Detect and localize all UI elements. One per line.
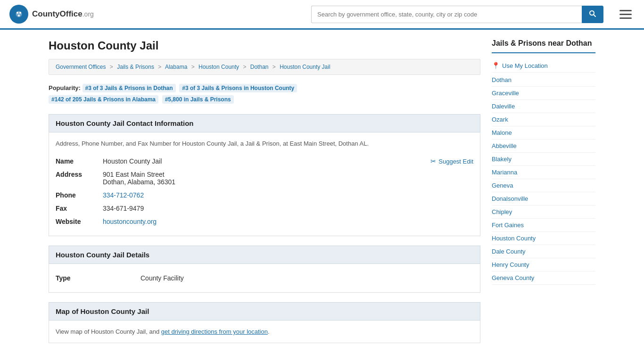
contact-section: Houston County Jail Contact Information …	[49, 114, 480, 236]
logo-icon	[9, 5, 28, 24]
svg-point-3	[19, 12, 21, 14]
popularity-badge-1: #3 of 3 Jails & Prisons in Dothan	[83, 84, 176, 92]
contact-table: Name Houston County Jail ✂ Suggest Edit …	[56, 155, 473, 228]
popularity-badge-2: #3 of 3 Jails & Prisons in Houston Count…	[179, 84, 297, 92]
address-value: 901 East Main Street Dothan, Alabama, 36…	[103, 168, 473, 189]
menu-button[interactable]	[617, 7, 635, 22]
edit-icon: ✂	[430, 157, 436, 165]
sidebar-link-chipley[interactable]: Chipley	[492, 206, 595, 219]
sidebar-link-henry-county[interactable]: Henry County	[492, 258, 595, 272]
contact-section-body: Address, Phone Number, and Fax Number fo…	[49, 132, 480, 236]
map-section: Map of Houston County Jail View map of H…	[49, 302, 480, 343]
logo-text: CountyOffice.org	[32, 9, 94, 19]
details-section-body: Type County Facility	[49, 264, 480, 293]
address-label: Address	[56, 168, 103, 189]
sidebar-link-geneva-county[interactable]: Geneva County	[492, 272, 595, 285]
breadcrumb-link-jails[interactable]: Jails & Prisons	[117, 64, 154, 70]
contact-section-header: Houston County Jail Contact Information	[49, 114, 480, 132]
breadcrumb-sep-4: >	[243, 64, 246, 70]
page-title: Houston County Jail	[49, 39, 480, 52]
details-section: Houston County Jail Details Type County …	[49, 246, 480, 293]
table-row-website: Website houstoncounty.org	[56, 215, 473, 228]
name-value: Houston County Jail ✂ Suggest Edit	[103, 155, 473, 168]
sidebar-link-marianna[interactable]: Marianna	[492, 166, 595, 179]
search-button[interactable]	[582, 6, 603, 23]
suggest-edit-link[interactable]: ✂ Suggest Edit	[430, 157, 473, 165]
breadcrumb-sep-2: >	[158, 64, 161, 70]
breadcrumb-link-alabama[interactable]: Alabama	[165, 64, 187, 70]
breadcrumb-link-dothan[interactable]: Dothan	[250, 64, 269, 70]
map-description: View map of Houston County Jail, and get…	[56, 328, 473, 335]
breadcrumb-sep-3: >	[191, 64, 195, 70]
driving-directions-link[interactable]: get driving directions from your locatio…	[161, 328, 268, 335]
table-row-fax: Fax 334-671-9479	[56, 202, 473, 215]
website-value: houstoncounty.org	[103, 215, 473, 228]
popularity-section: Popularity: #3 of 3 Jails & Prisons in D…	[49, 82, 480, 105]
sidebar-link-blakely[interactable]: Blakely	[492, 153, 595, 166]
fax-value: 334-671-9479	[103, 202, 473, 215]
table-row-name: Name Houston County Jail ✂ Suggest Edit	[56, 155, 473, 168]
search-container	[311, 6, 603, 23]
contact-description: Address, Phone Number, and Fax Number fo…	[56, 140, 473, 147]
hamburger-icon	[619, 10, 632, 19]
details-table: Type County Facility	[56, 272, 473, 285]
sidebar-link-ozark[interactable]: Ozark	[492, 113, 595, 126]
map-section-header: Map of Houston County Jail	[49, 302, 480, 321]
phone-link[interactable]: 334-712-0762	[103, 191, 144, 199]
svg-point-2	[17, 12, 18, 14]
fax-label: Fax	[56, 202, 103, 215]
breadcrumb-sep-5: >	[272, 64, 276, 70]
map-section-body: View map of Houston County Jail, and get…	[49, 321, 480, 343]
type-label: Type	[56, 272, 140, 285]
sidebar-link-donalsonville[interactable]: Donalsonville	[492, 192, 595, 206]
search-input[interactable]	[311, 6, 582, 23]
breadcrumb-link-houston-county[interactable]: Houston County	[198, 64, 239, 70]
sidebar-link-fort-gaines[interactable]: Fort Gaines	[492, 219, 595, 232]
sidebar-link-daleville[interactable]: Daleville	[492, 100, 595, 113]
sidebar-links: DothanGracevilleDalevilleOzarkMaloneAbbe…	[492, 74, 595, 285]
table-row-address: Address 901 East Main Street Dothan, Ala…	[56, 168, 473, 189]
table-row-type: Type County Facility	[56, 272, 473, 285]
breadcrumb-link-jail[interactable]: Houston County Jail	[280, 64, 330, 70]
breadcrumb: Government Offices > Jails & Prisons > A…	[49, 59, 480, 75]
sidebar-link-malone[interactable]: Malone	[492, 126, 595, 140]
sidebar-link-dothan[interactable]: Dothan	[492, 74, 595, 87]
use-my-location-link[interactable]: 📍 Use My Location	[492, 59, 595, 73]
sidebar-title: Jails & Prisons near Dothan	[492, 39, 595, 53]
breadcrumb-link-govt-offices[interactable]: Government Offices	[56, 64, 106, 70]
details-section-header: Houston County Jail Details	[49, 246, 480, 264]
search-icon	[589, 12, 596, 19]
sidebar: Jails & Prisons near Dothan 📍 Use My Loc…	[492, 39, 595, 353]
sidebar-link-dale-county[interactable]: Dale County	[492, 245, 595, 258]
type-value: County Facility	[140, 272, 473, 285]
name-label: Name	[56, 155, 103, 168]
sidebar-link-graceville[interactable]: Graceville	[492, 87, 595, 100]
website-link[interactable]: houstoncounty.org	[103, 218, 157, 225]
svg-line-6	[594, 15, 595, 16]
phone-value: 334-712-0762	[103, 189, 473, 202]
sidebar-link-abbeville[interactable]: Abbeville	[492, 140, 595, 153]
svg-point-4	[18, 15, 20, 16]
location-pin-icon: 📍	[492, 62, 500, 69]
sidebar-link-geneva[interactable]: Geneva	[492, 179, 595, 192]
sidebar-link-houston-county[interactable]: Houston County	[492, 232, 595, 245]
table-row-phone: Phone 334-712-0762	[56, 189, 473, 202]
popularity-badge-4: #5,800 in Jails & Prisons	[162, 95, 234, 104]
site-logo[interactable]: CountyOffice.org	[9, 5, 94, 24]
website-label: Website	[56, 215, 103, 228]
popularity-badge-3: #142 of 205 Jails & Prisons in Alabama	[49, 95, 158, 104]
breadcrumb-sep-1: >	[110, 64, 113, 70]
phone-label: Phone	[56, 189, 103, 202]
popularity-label: Popularity:	[49, 84, 81, 91]
